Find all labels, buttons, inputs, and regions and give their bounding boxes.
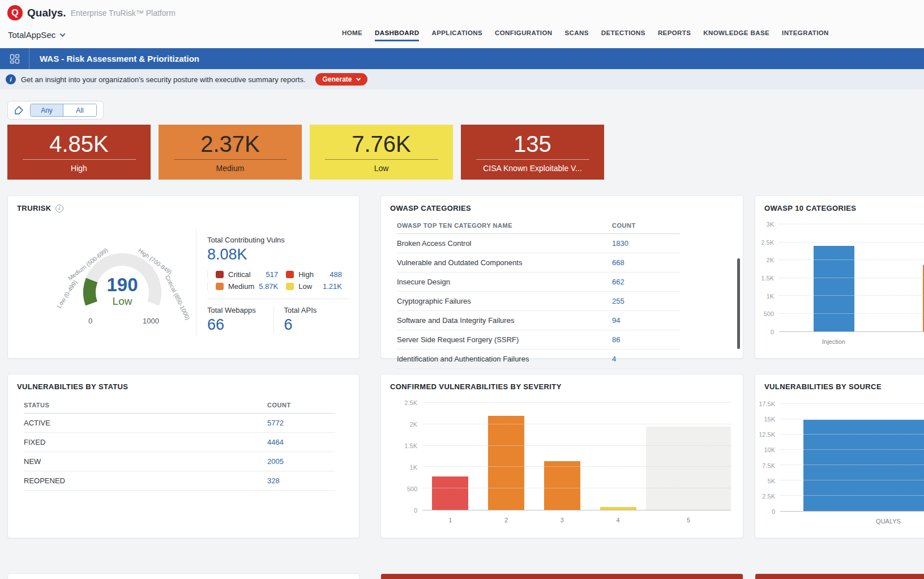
legend-name: High bbox=[298, 270, 314, 279]
status-table: STATUS COUNT ACTIVE 5772 FIXED 4464 NEW … bbox=[24, 398, 335, 491]
main-nav: HOME DASHBOARD APPLICATIONS CONFIGURATIO… bbox=[342, 29, 829, 41]
category-count[interactable]: 94 bbox=[612, 316, 680, 325]
nav-item[interactable]: CONFIGURATION bbox=[495, 29, 552, 41]
bar-1[interactable] bbox=[432, 476, 468, 510]
severity-chart-card: CONFIRMED VULNERABILITIES BY SEVERITY 05… bbox=[380, 374, 743, 538]
total-apis-value[interactable]: 6 bbox=[284, 316, 350, 334]
legend-count[interactable]: 488 bbox=[330, 270, 342, 279]
card-accent-bar bbox=[381, 574, 743, 579]
column-header-count[interactable]: COUNT bbox=[612, 222, 680, 229]
kpi-tile[interactable]: 135 CISA Known Exploitable V... bbox=[461, 125, 604, 180]
legend-item: Medium 5.87K bbox=[207, 282, 286, 291]
legend-swatch bbox=[216, 283, 224, 290]
category-name: Cryptographic Failures bbox=[397, 297, 612, 305]
table-row[interactable]: FIXED 4464 bbox=[24, 433, 335, 452]
generate-button[interactable]: Generate bbox=[315, 73, 367, 86]
category-name: Insecure Design bbox=[397, 278, 612, 286]
kpi-tile[interactable]: 7.76K Low bbox=[310, 125, 453, 180]
status-count[interactable]: 328 bbox=[267, 476, 335, 485]
nav-item[interactable]: APPLICATIONS bbox=[431, 29, 482, 41]
status-count[interactable]: 5772 bbox=[267, 419, 335, 427]
kpi-value: 2.37K bbox=[200, 132, 260, 156]
status-count[interactable]: 2005 bbox=[267, 457, 335, 466]
table-row[interactable]: Vulnerable and Outdated Components 668 bbox=[397, 253, 680, 273]
status-card: VULNERABILTIES BY STATUS STATUS COUNT AC… bbox=[7, 374, 360, 538]
table-header: STATUS COUNT bbox=[24, 398, 335, 414]
table-row[interactable]: Server Side Request Forgery (SSRF) 86 bbox=[397, 330, 680, 350]
owasp10-chart-card: OWASP 10 CATEGORIES 05001K1.5K2K2.5K3K I… bbox=[755, 195, 924, 359]
bar-4[interactable] bbox=[600, 507, 636, 510]
y-axis: 05001K1.5K2K2.5K bbox=[397, 403, 422, 510]
info-icon[interactable]: i bbox=[55, 205, 63, 212]
legend-count[interactable]: 5.87K bbox=[259, 282, 278, 291]
tag-match-all-button[interactable]: All bbox=[63, 104, 96, 116]
status-count[interactable]: 4464 bbox=[267, 438, 335, 446]
kpi-divider bbox=[325, 159, 438, 160]
legend-item: Critical 517 bbox=[207, 270, 286, 279]
legend-name: Critical bbox=[228, 270, 251, 279]
category-count[interactable]: 1830 bbox=[612, 239, 680, 248]
legend-count[interactable]: 517 bbox=[266, 270, 279, 279]
category-count[interactable]: 662 bbox=[612, 278, 680, 286]
column-header-name[interactable]: OWASP TOP TEN CATEGORY NAME bbox=[397, 222, 612, 229]
kpi-label: High bbox=[71, 164, 87, 173]
table-row[interactable]: REOPENED 328 bbox=[24, 471, 335, 491]
dashboard-picker-button[interactable] bbox=[0, 48, 29, 69]
scrollbar[interactable] bbox=[737, 258, 740, 349]
bar-Injection[interactable] bbox=[814, 246, 854, 331]
nav-item[interactable]: REPORTS bbox=[658, 29, 691, 41]
nav-item[interactable]: INTEGRATION bbox=[782, 29, 829, 41]
table-body: Broken Access Control 1830 Vulnerable an… bbox=[397, 234, 680, 369]
total-webapps-value[interactable]: 66 bbox=[207, 316, 273, 334]
legend-count[interactable]: 1.21K bbox=[323, 282, 342, 291]
legend-item: High 488 bbox=[286, 270, 350, 279]
card-accent-bar bbox=[755, 574, 924, 579]
category-name: Server Side Request Forgery (SSRF) bbox=[397, 335, 612, 344]
category-count[interactable]: 4 bbox=[612, 355, 680, 363]
table-row[interactable]: Cryptographic Failures 255 bbox=[397, 292, 680, 311]
table-row[interactable]: Insecure Design 662 bbox=[397, 273, 680, 292]
bar-3[interactable] bbox=[544, 461, 580, 510]
status-name: NEW bbox=[24, 457, 267, 466]
source-chart: 02.5K5K7.5K10K12.5K15K17.5K QUALYS bbox=[759, 404, 924, 512]
kpi-tile[interactable]: 4.85K High bbox=[7, 125, 151, 180]
nav-item[interactable]: DASHBOARD bbox=[375, 29, 419, 41]
category-count[interactable]: 255 bbox=[612, 297, 680, 305]
table-row[interactable]: ACTIVE 5772 bbox=[24, 414, 335, 433]
total-webapps: Total Webapps 66 bbox=[207, 306, 273, 334]
cut-card-right bbox=[755, 573, 924, 579]
table-row[interactable]: NEW 2005 bbox=[24, 452, 335, 471]
contributing-vulns-value[interactable]: 8.08K bbox=[207, 246, 350, 263]
legend-name: Medium bbox=[228, 282, 254, 291]
nav-item[interactable]: HOME bbox=[342, 29, 362, 41]
table-row[interactable]: Identification and Authentication Failur… bbox=[397, 350, 680, 369]
category-count[interactable]: 668 bbox=[612, 258, 680, 267]
owasp10-chart: 05001K1.5K2K2.5K3K InjectionSecurity... bbox=[760, 224, 924, 332]
table-row[interactable]: Software and Data Integrity Failures 94 bbox=[397, 311, 680, 330]
gauge-min-label: 0 bbox=[88, 317, 92, 325]
table-row[interactable]: Broken Access Control 1830 bbox=[397, 234, 680, 253]
tag-icon bbox=[14, 105, 24, 115]
kpi-row: 4.85K High 2.37K Medium 7.76K Low 135 CI… bbox=[7, 125, 604, 180]
status-name: ACTIVE bbox=[24, 419, 267, 427]
nav-item[interactable]: SCANS bbox=[564, 29, 588, 41]
nav-item[interactable]: DETECTIONS bbox=[601, 29, 645, 41]
owasp-categories-table: OWASP TOP TEN CATEGORY NAME COUNT Broken… bbox=[397, 219, 680, 369]
bar-2[interactable] bbox=[488, 416, 524, 510]
kpi-value: 7.76K bbox=[352, 132, 411, 156]
category-name: Software and Data Integrity Failures bbox=[397, 316, 612, 325]
column-header-status[interactable]: STATUS bbox=[24, 402, 267, 408]
gauge-max-label: 1000 bbox=[143, 317, 159, 325]
module-selector[interactable]: TotalAppSec bbox=[8, 30, 65, 40]
legend-swatch bbox=[216, 271, 224, 278]
chevron-down-icon bbox=[60, 31, 66, 37]
bar-5[interactable] bbox=[646, 427, 731, 510]
nav-item[interactable]: KNOWLEDGE BASE bbox=[703, 29, 769, 41]
category-count[interactable]: 86 bbox=[612, 335, 680, 344]
info-text: Get an insight into your organization's … bbox=[21, 75, 306, 84]
legend-name: Low bbox=[298, 282, 312, 291]
kpi-tile[interactable]: 2.37K Medium bbox=[159, 125, 302, 180]
trurisk-rating: Low bbox=[106, 295, 138, 308]
column-header-count[interactable]: COUNT bbox=[267, 402, 335, 408]
tag-match-any-button[interactable]: Any bbox=[31, 104, 63, 116]
